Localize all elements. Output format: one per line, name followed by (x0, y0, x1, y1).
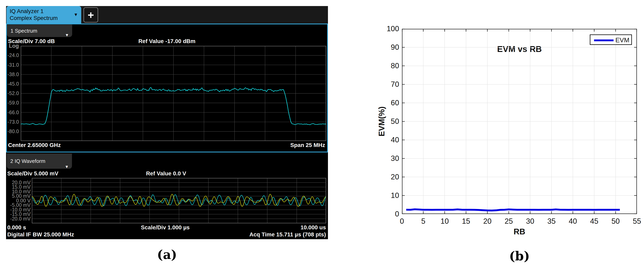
legend-line-swatch (594, 39, 614, 41)
y-axis-tick-label: -80.0 (7, 128, 19, 134)
x-tick-label: 10 (436, 217, 454, 226)
y-tick-label: 30 (379, 154, 399, 163)
iq-analyzer-screenshot: IQ Analyzer 1 Complex Spectrum ▼ + 1 Spe… (6, 6, 328, 239)
x-tick-label: 20 (478, 217, 496, 226)
time-scale-div-label: Scale/Div 1.000 µs (125, 224, 206, 231)
dropdown-caret-icon: ▼ (65, 29, 69, 41)
y-axis-tick-label: -31.0 (7, 62, 19, 68)
spectrum-view-selector[interactable]: 1 Spectrum ▼ (7, 24, 72, 37)
tab-label: IQ Analyzer 1 Complex Spectrum (10, 8, 58, 21)
dropdown-caret-icon: ▼ (74, 12, 78, 17)
y-axis-tick-label: -24.0 (7, 52, 19, 58)
iq-waveform-plot (32, 178, 326, 223)
iq-ref-value-label: Ref Value 0.0 V (126, 170, 206, 177)
x-tick-label: 50 (606, 217, 625, 226)
x-axis-label: RB (479, 227, 560, 236)
x-tick-label: 45 (585, 217, 603, 226)
evm-vs-rb-figure: EVM vs RB EVM(%) 1009080706050403020100 … (373, 6, 644, 268)
iq-view-selector[interactable]: 2 IQ Waveform ▼ (7, 153, 72, 169)
x-tick-label: 40 (564, 217, 582, 226)
spectrum-window: 1 Spectrum ▼ Scale/Div 7.00 dB Ref Value… (6, 23, 328, 152)
y-tick-label: 60 (379, 99, 399, 107)
y-axis-tick-label: -66.0 (7, 110, 19, 115)
x-tick-label: 0 (393, 217, 411, 226)
dropdown-caret-icon: ▼ (65, 159, 69, 174)
y-tick-label: 100 (379, 24, 399, 33)
acq-time-label: Acq Time 15.711 µs (708 pts) (249, 231, 326, 238)
center-frequency-label: Center 2.65000 GHz (8, 142, 61, 148)
y-axis-tick-label: -20.0 mV (8, 216, 31, 222)
add-tab-button[interactable]: + (84, 7, 98, 22)
evm-line (406, 209, 620, 211)
evm-plot (402, 29, 637, 214)
x-tick-label: 55 (628, 217, 644, 226)
amplitude-scale-label: Log (9, 43, 19, 49)
span-label: Span 25 MHz (290, 142, 325, 148)
legend-label: EVM (616, 36, 629, 44)
y-tick-label: 70 (379, 80, 399, 89)
iq-view-selector-label: 2 IQ Waveform (10, 158, 45, 164)
caption-b: (b) (402, 249, 637, 263)
time-start-label: 0.000 s (7, 224, 26, 231)
y-axis-tick-label: -59.0 (7, 100, 19, 106)
tab-subtitle: Complex Spectrum (10, 15, 58, 21)
x-tick-label: 35 (542, 217, 560, 226)
spectrum-view-selector-label: 1 Spectrum (10, 28, 37, 34)
figure: IQ Analyzer 1 Complex Spectrum ▼ + 1 Spe… (0, 0, 644, 269)
y-tick-label: 80 (379, 62, 399, 70)
caption-a: (a) (6, 247, 328, 262)
y-tick-label: 20 (379, 173, 399, 181)
tab-title: IQ Analyzer 1 (10, 8, 58, 15)
x-tick-label: 5 (414, 217, 432, 226)
x-tick-label: 25 (500, 217, 518, 226)
tab-iq-analyzer-1[interactable]: IQ Analyzer 1 Complex Spectrum ▼ (6, 6, 81, 24)
legend: EVM (590, 34, 632, 45)
x-tick-label: 30 (521, 217, 539, 226)
y-tick-label: 10 (379, 191, 399, 200)
y-tick-label: 40 (379, 136, 399, 144)
iq-waveform-window: 2 IQ Waveform ▼ Scale/Div 5.000 mV Ref V… (6, 152, 328, 239)
time-end-label: 10.000 us (300, 224, 326, 231)
iq-scale-div-label: Scale/Div 5.000 mV (7, 170, 58, 177)
spectrum-ref-value-label: Ref Value -17.00 dBm (126, 38, 207, 44)
spectrum-plot (21, 46, 326, 141)
y-tick-label: 90 (379, 43, 399, 51)
tab-bar: IQ Analyzer 1 Complex Spectrum ▼ + (6, 6, 328, 24)
y-axis-tick-label: -38.0 (7, 71, 19, 77)
digital-if-bw-label: Digital IF BW 25.000 MHz (7, 231, 74, 238)
y-axis-tick-label: -52.0 (7, 90, 19, 96)
y-axis-tick-label: -73.0 (7, 119, 19, 125)
y-tick-label: 50 (379, 117, 399, 126)
x-tick-label: 15 (457, 217, 475, 226)
y-axis-tick-label: -45.0 (7, 81, 19, 87)
